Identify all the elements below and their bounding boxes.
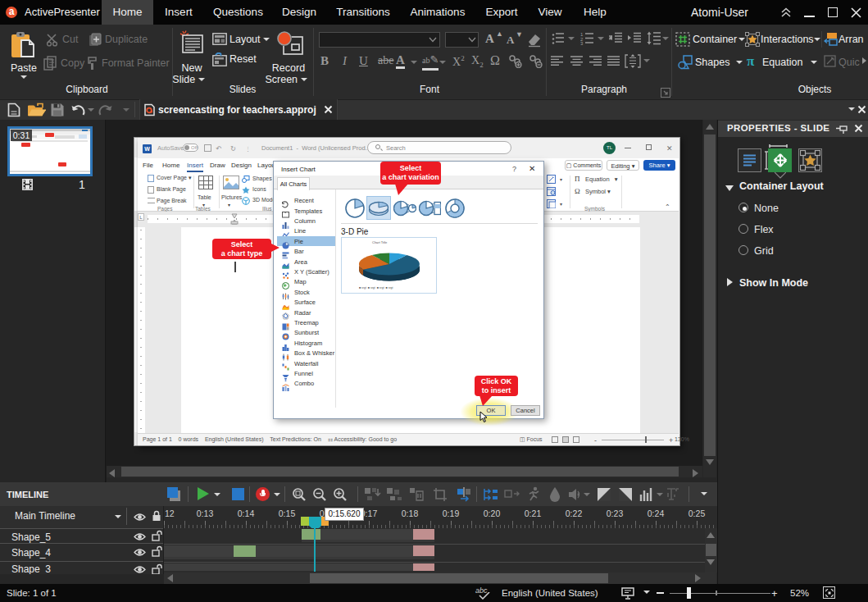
svg-text:3: 3 xyxy=(580,41,584,45)
